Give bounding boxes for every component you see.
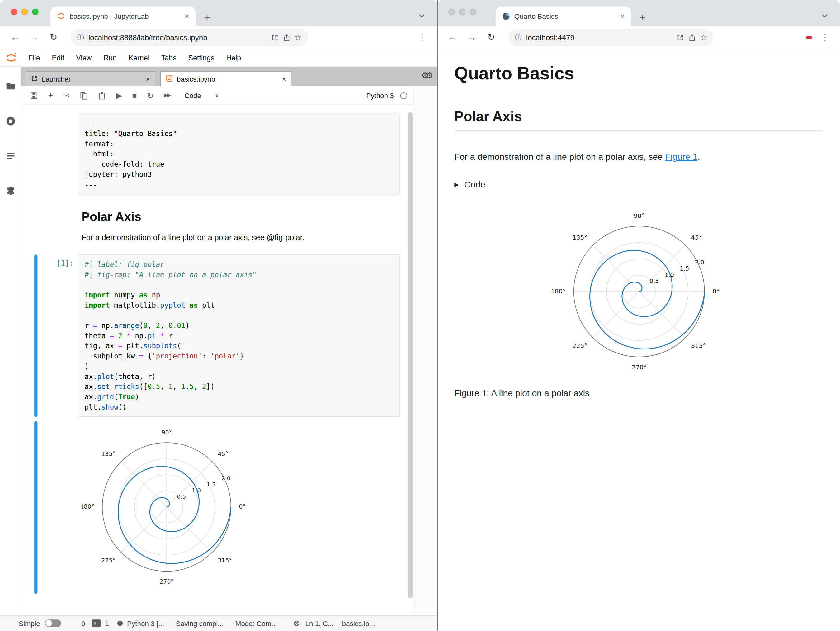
paste-cells-icon[interactable] bbox=[98, 91, 106, 100]
fullscreen-window-button[interactable] bbox=[470, 9, 476, 15]
share-icon[interactable] bbox=[688, 34, 696, 41]
address-bar[interactable]: ⓘ localhost:4479 ☆ bbox=[508, 28, 714, 46]
kernel-indicator[interactable]: Python 3 bbox=[366, 91, 407, 100]
svg-text:1.5: 1.5 bbox=[679, 265, 689, 272]
figure-link[interactable]: Figure 1 bbox=[665, 152, 698, 161]
back-icon[interactable]: ← bbox=[9, 32, 22, 42]
menu-help[interactable]: Help bbox=[220, 49, 247, 66]
save-icon[interactable] bbox=[30, 91, 38, 100]
kernel-status-text[interactable]: Python 3 |... bbox=[127, 619, 164, 627]
site-info-icon[interactable]: ⓘ bbox=[77, 32, 84, 42]
share-icon[interactable] bbox=[283, 34, 290, 41]
close-launcher-tab-icon[interactable]: × bbox=[146, 75, 150, 83]
notebook-scrollbar[interactable] bbox=[408, 107, 412, 613]
cell-collapser[interactable] bbox=[34, 114, 37, 195]
close-notebook-tab-icon[interactable]: × bbox=[282, 75, 286, 83]
fullscreen-window-button[interactable] bbox=[32, 9, 39, 15]
notification-icon[interactable]: ⊗ bbox=[293, 618, 300, 628]
cell-type-dropdown[interactable]: Code ∨ bbox=[184, 91, 219, 100]
restart-run-all-icon[interactable]: ▶▶ bbox=[164, 93, 170, 98]
browser-menu-icon[interactable]: ⋮ bbox=[418, 32, 426, 42]
menu-edit[interactable]: Edit bbox=[46, 49, 70, 66]
active-cell-collapser[interactable] bbox=[34, 255, 37, 417]
caret-right-icon: ▶ bbox=[454, 181, 459, 188]
close-tab-icon[interactable]: × bbox=[619, 12, 626, 21]
stop-kernel-icon[interactable]: ■ bbox=[132, 92, 137, 99]
dock-tab-label: basics.ipynb bbox=[177, 75, 275, 83]
reload-icon[interactable]: ↻ bbox=[485, 32, 497, 43]
menu-tabs[interactable]: Tabs bbox=[155, 49, 182, 66]
back-icon[interactable]: ← bbox=[446, 32, 459, 42]
reload-icon[interactable]: ↻ bbox=[47, 32, 60, 43]
browser-tab-jupyterlab[interactable]: basics.ipynb - JupyterLab × bbox=[51, 6, 196, 26]
extensions-icon[interactable] bbox=[5, 185, 16, 198]
terminals-count[interactable]: 0 bbox=[81, 619, 85, 627]
scrollbar-thumb[interactable] bbox=[408, 112, 412, 598]
forward-icon[interactable]: → bbox=[466, 32, 478, 42]
simple-mode-toggle[interactable] bbox=[45, 620, 61, 627]
restart-kernel-icon[interactable]: ↻ bbox=[147, 91, 154, 100]
jupyter-logo-icon bbox=[5, 52, 17, 64]
menu-view[interactable]: View bbox=[70, 49, 98, 66]
page-title: Quarto Basics bbox=[454, 63, 824, 84]
figure-container: 0°45°90°135°180°225°270°315°0.51.01.52.0 bbox=[454, 205, 824, 380]
cut-cells-icon[interactable]: ✂ bbox=[63, 92, 70, 99]
close-window-button[interactable] bbox=[448, 9, 455, 15]
svg-text:2.0: 2.0 bbox=[222, 475, 231, 481]
url-text[interactable]: localhost:8888/lab/tree/basics.ipynb bbox=[88, 33, 267, 42]
svg-text:225°: 225° bbox=[572, 342, 587, 350]
dock-tab-launcher[interactable]: Launcher × bbox=[26, 71, 155, 86]
browser-menu-icon[interactable]: ⋮ bbox=[821, 32, 829, 42]
forward-icon[interactable]: → bbox=[28, 32, 41, 42]
kernel-name: Python 3 bbox=[366, 91, 393, 100]
menu-kernel[interactable]: Kernel bbox=[123, 49, 155, 66]
minimize-window-button[interactable] bbox=[22, 9, 28, 15]
bookmark-star-icon[interactable]: ☆ bbox=[295, 32, 302, 42]
open-in-new-icon[interactable] bbox=[271, 34, 278, 41]
copy-cells-icon[interactable] bbox=[80, 91, 88, 100]
svg-text:0.5: 0.5 bbox=[649, 277, 658, 285]
menu-run[interactable]: Run bbox=[98, 49, 122, 66]
right-sidebar-collapsed[interactable] bbox=[414, 86, 437, 615]
site-info-icon[interactable]: ⓘ bbox=[515, 32, 522, 42]
cell-collapser[interactable] bbox=[34, 210, 37, 242]
dock-tab-notebook[interactable]: basics.ipynb × bbox=[160, 71, 291, 86]
menu-settings[interactable]: Settings bbox=[182, 49, 220, 66]
raw-cell-editor[interactable]: ---title: "Quarto Basics"format: html: c… bbox=[79, 114, 400, 195]
minimize-window-button[interactable] bbox=[459, 9, 466, 15]
extension-icon[interactable] bbox=[806, 36, 812, 38]
kernels-count[interactable]: 1 bbox=[105, 619, 109, 627]
file-browser-icon[interactable] bbox=[5, 81, 16, 94]
code-cell-editor[interactable]: #| label: fig-polar#| fig-cap: "A line p… bbox=[79, 255, 400, 417]
close-tab-icon[interactable]: × bbox=[184, 12, 190, 21]
code-cell[interactable]: [1]: #| label: fig-polar#| fig-cap: "A l… bbox=[34, 255, 414, 417]
bookmark-star-icon[interactable]: ☆ bbox=[700, 32, 707, 42]
terminal-icon: $_ bbox=[92, 620, 101, 627]
close-window-button[interactable] bbox=[11, 9, 17, 15]
new-tab-button[interactable]: + bbox=[204, 13, 210, 23]
code-fold-toggle[interactable]: ▶ Code bbox=[454, 179, 824, 190]
open-in-new-icon[interactable] bbox=[676, 34, 684, 41]
tab-list-chevron-icon[interactable] bbox=[821, 13, 828, 19]
run-cell-icon[interactable]: ▶ bbox=[117, 92, 122, 99]
chevron-down-icon: ∨ bbox=[215, 92, 219, 98]
property-inspector-gears-icon[interactable]: ⚙⚙ bbox=[421, 70, 430, 81]
active-cell-collapser[interactable] bbox=[34, 421, 37, 594]
url-text[interactable]: localhost:4479 bbox=[526, 33, 672, 42]
svg-text:315°: 315° bbox=[691, 342, 706, 350]
tab-title: basics.ipynb - JupyterLab bbox=[70, 12, 179, 20]
new-tab-button[interactable]: + bbox=[640, 13, 646, 23]
running-sessions-icon[interactable] bbox=[5, 116, 16, 129]
cursor-position[interactable]: Ln 1, C... bbox=[305, 619, 334, 627]
notebook-toolbar: + ✂ ▶ ■ ↻ ▶▶ bbox=[22, 86, 414, 105]
menu-file[interactable]: File bbox=[22, 49, 46, 66]
browser-tab-quarto[interactable]: Quarto Basics × bbox=[496, 6, 631, 26]
tab-list-chevron-icon[interactable] bbox=[418, 13, 425, 19]
notebook-scroll-area[interactable]: ---title: "Quarto Basics"format: html: c… bbox=[22, 105, 414, 615]
editor-mode[interactable]: Mode: Com... bbox=[235, 619, 277, 627]
insert-cell-icon[interactable]: + bbox=[48, 91, 53, 100]
table-of-contents-icon[interactable] bbox=[5, 151, 16, 163]
raw-cell[interactable]: ---title: "Quarto Basics"format: html: c… bbox=[34, 114, 414, 195]
markdown-cell[interactable]: Polar Axis For a demonstration of a line… bbox=[34, 210, 414, 242]
address-bar[interactable]: ⓘ localhost:8888/lab/tree/basics.ipynb ☆ bbox=[71, 28, 308, 46]
